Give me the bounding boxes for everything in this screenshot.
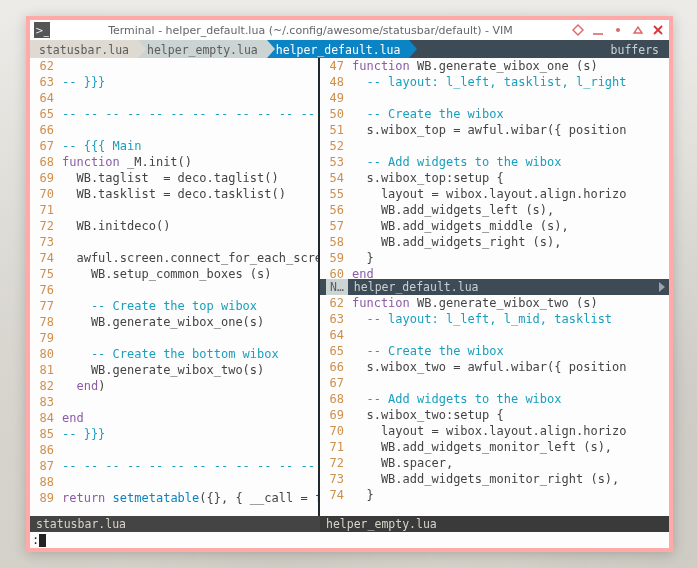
window-titlebar[interactable]: >_ Terminal - helper_default.lua (~/.con… [30, 20, 669, 40]
vim-cmdline[interactable]: : [30, 532, 669, 548]
line-number: 47 [320, 58, 352, 74]
line-number: 53 [320, 154, 352, 170]
line-number: 73 [320, 471, 352, 487]
line-text [62, 202, 318, 218]
line-text: awful.screen.connect_for_each_screen [62, 250, 318, 266]
line-text [352, 375, 669, 391]
line-number: 68 [320, 391, 352, 407]
terminal-icon: >_ [34, 22, 50, 38]
code-right-bottom[interactable]: 62function WB.generate_wibox_two (s)63 -… [320, 295, 669, 516]
code-line: 86 [30, 442, 318, 458]
line-number: 77 [30, 298, 62, 314]
code-line: 71 WB.add_widgets_monitor_left (s), [320, 439, 669, 455]
code-line: 51 s.wibox_top = awful.wibar({ position [320, 122, 669, 138]
line-text: end [62, 410, 318, 426]
minimize-window-button[interactable] [591, 23, 605, 37]
code-line: 47function WB.generate_wibox_one (s) [320, 58, 669, 74]
line-number: 84 [30, 410, 62, 426]
line-number: 56 [320, 202, 352, 218]
line-text: -- -- -- -- -- -- -- -- -- -- -- -- -- [62, 106, 318, 122]
line-number: 85 [30, 426, 62, 442]
code-line: 71 [30, 202, 318, 218]
tab-helper-default-lua[interactable]: helper_default.lua [267, 40, 410, 58]
code-line: 78 WB.generate_wibox_one(s) [30, 314, 318, 330]
line-number: 67 [30, 138, 62, 154]
line-text: WB.add_widgets_middle (s), [352, 218, 669, 234]
line-number: 89 [30, 490, 62, 506]
line-number: 81 [30, 362, 62, 378]
maximize-window-button[interactable] [631, 23, 645, 37]
tab-statusbar-lua[interactable]: statusbar.lua [30, 40, 138, 58]
line-text: end) [62, 378, 318, 394]
code-line: 82 end) [30, 378, 318, 394]
line-number: 74 [30, 250, 62, 266]
line-number: 71 [30, 202, 62, 218]
line-text: s.wibox_top:setup { [352, 170, 669, 186]
line-text: WB.taglist = deco.taglist() [62, 170, 318, 186]
line-number: 66 [320, 359, 352, 375]
line-text: function _M.init() [62, 154, 318, 170]
code-line: 74 } [320, 487, 669, 503]
pane-split-bar[interactable]: N… helper_default.lua [320, 279, 669, 295]
code-left[interactable]: 6263-- }}}6465-- -- -- -- -- -- -- -- --… [30, 58, 318, 516]
line-number: 65 [30, 106, 62, 122]
line-text: -- Create the wibox [352, 106, 669, 122]
code-line: 73 WB.add_widgets_monitor_right (s), [320, 471, 669, 487]
line-number: 87 [30, 458, 62, 474]
code-line: 57 WB.add_widgets_middle (s), [320, 218, 669, 234]
split-tag: N… [326, 279, 348, 295]
line-number: 80 [30, 346, 62, 362]
line-number: 78 [30, 314, 62, 330]
vim-statusline: statusbar.lua helper_empty.lua [30, 516, 669, 532]
line-text [62, 330, 318, 346]
line-text: -- }}} [62, 426, 318, 442]
line-text: -- Create the top wibox [62, 298, 318, 314]
line-number: 71 [320, 439, 352, 455]
line-number: 73 [30, 234, 62, 250]
code-line: 87-- -- -- -- -- -- -- -- -- -- -- -- -- [30, 458, 318, 474]
close-window-button[interactable] [651, 23, 665, 37]
line-text: -- Create the bottom wibox [62, 346, 318, 362]
line-text: layout = wibox.layout.align.horizo [352, 186, 669, 202]
line-text: WB.add_widgets_monitor_left (s), [352, 439, 669, 455]
code-right-top[interactable]: 47function WB.generate_wibox_one (s)48 -… [320, 58, 669, 279]
code-line: 56 WB.add_widgets_left (s), [320, 202, 669, 218]
line-number: 69 [30, 170, 62, 186]
code-line: 73 [30, 234, 318, 250]
line-text: WB.add_widgets_right (s), [352, 234, 669, 250]
code-line: 85-- }}} [30, 426, 318, 442]
code-line: 72 WB.initdeco() [30, 218, 318, 234]
line-text: function WB.generate_wibox_one (s) [352, 58, 669, 74]
terminal-body: statusbar.lua helper_empty.lua helper_de… [30, 40, 669, 548]
line-number: 79 [30, 330, 62, 346]
line-number: 88 [30, 474, 62, 490]
line-text: -- Create the wibox [352, 343, 669, 359]
tab-label: helper_default.lua [276, 43, 401, 57]
line-text: WB.add_widgets_monitor_right (s), [352, 471, 669, 487]
line-text: -- layout: l_left, l_mid, tasklist [352, 311, 669, 327]
line-number: 69 [320, 407, 352, 423]
code-line: 60end [320, 266, 669, 279]
line-number: 70 [30, 186, 62, 202]
line-number: 82 [30, 378, 62, 394]
code-line: 89return setmetatable({}, { __call = fun [30, 490, 318, 506]
line-text: s.wibox_two:setup { [352, 407, 669, 423]
statusline-left: statusbar.lua [30, 516, 320, 532]
line-number: 72 [320, 455, 352, 471]
code-line: 84end [30, 410, 318, 426]
tab-helper-empty-lua[interactable]: helper_empty.lua [138, 40, 267, 58]
code-line: 80 -- Create the bottom wibox [30, 346, 318, 362]
code-line: 76 [30, 282, 318, 298]
line-number: 55 [320, 186, 352, 202]
shade-window-button[interactable] [571, 23, 585, 37]
code-line: 75 WB.setup_common_boxes (s) [30, 266, 318, 282]
line-number: 60 [320, 266, 352, 279]
line-number: 86 [30, 442, 62, 458]
code-line: 67 [320, 375, 669, 391]
line-text: } [352, 250, 669, 266]
line-text: } [352, 487, 669, 503]
pane-left[interactable]: 6263-- }}}6465-- -- -- -- -- -- -- -- --… [30, 58, 320, 516]
code-line: 53 -- Add widgets to the wibox [320, 154, 669, 170]
line-number: 59 [320, 250, 352, 266]
dot-window-button[interactable] [611, 23, 625, 37]
